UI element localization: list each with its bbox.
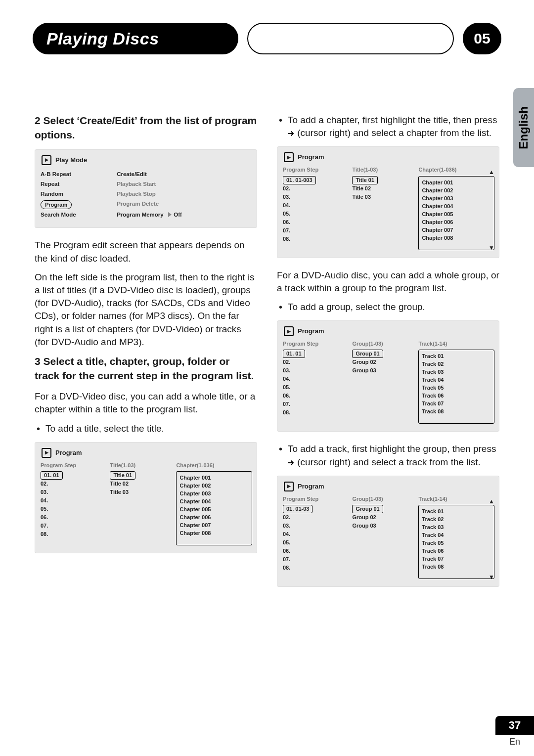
boxed-step: 01. 01-003 (283, 176, 316, 184)
page-number-plate: 37 En (495, 716, 534, 747)
osd-title: Play Mode (55, 156, 87, 165)
right-column: To add a chapter, first highlight the ti… (277, 114, 499, 598)
step-3-heading: 3 Select a title, chapter, group, folder… (35, 355, 257, 383)
disc-icon: ▶ (42, 155, 51, 165)
disc-icon: ▶ (42, 448, 51, 458)
col-head: Program Step (41, 462, 107, 469)
osd-program-track: ▲ ▼ ▶ Program Program Step 01. 01-03 02.… (277, 476, 499, 587)
option-create-edit: Create/Edit (117, 170, 252, 179)
osd-title: Program (298, 327, 324, 336)
menu-item: Search Mode (41, 211, 117, 220)
option-prog-delete: Program Delete (117, 200, 252, 210)
col-head: Title(1-03) (110, 462, 173, 469)
menu-item: Random (41, 190, 117, 199)
chapter-list: Chapter 001 Chapter 002 Chapter 003 Chap… (418, 176, 494, 250)
title-item: Title 02 (110, 480, 173, 488)
disc-icon: ▶ (284, 326, 294, 336)
menu-item: A-B Repeat (41, 170, 117, 179)
step: 03. (41, 488, 107, 496)
left-column: 2 Select ‘Create/Edit’ from the list of … (35, 114, 257, 598)
scroll-up-icon: ▲ (489, 497, 494, 506)
section-number: 05 (463, 23, 501, 54)
title-item: Title 03 (110, 488, 173, 496)
boxed-title: Title 01 (110, 471, 135, 480)
step: 06. (41, 513, 107, 522)
arrow-right-icon (288, 130, 295, 137)
step-2-heading: 2 Select ‘Create/Edit’ from the list of … (35, 114, 257, 142)
bullet-add-title: To add a title, select the title. (35, 422, 257, 435)
paragraph: For a DVD-Audio disc, you can add a whol… (277, 269, 499, 295)
disc-icon: ▶ (284, 482, 294, 491)
step: 05. (41, 505, 107, 513)
boxed-title: Title 01 (352, 176, 378, 184)
paragraph: For a DVD-Video disc, you can add a whol… (35, 390, 257, 416)
step: 02. (41, 480, 107, 488)
prog-memory-value: Off (174, 212, 182, 218)
step: 04. (41, 496, 107, 505)
osd-program-chapter: ▲ ▼ ▶ Program Program Step 01. 01-003 02… (277, 146, 499, 258)
language-tab: English (513, 88, 534, 167)
chapter-list: Chapter 001 Chapter 002 Chapter 003 Chap… (176, 471, 252, 545)
scroll-down-icon: ▼ (489, 244, 494, 252)
disc-icon: ▶ (284, 152, 294, 162)
bullet-add-chapter: To add a chapter, first highlight the ti… (277, 114, 499, 139)
option-prog-memory: Program Memory (117, 212, 164, 218)
col-head: Chapter(1-036) (176, 462, 252, 469)
content-columns: 2 Select ‘Create/Edit’ from the list of … (0, 54, 534, 627)
osd-program-title: ▶ Program Program Step 01. 01 02. 03. 04… (35, 442, 257, 553)
osd-title: Program (298, 482, 324, 491)
menu-item-selected: Program (41, 200, 72, 209)
osd-play-mode: ▶ Play Mode A-B Repeat Create/Edit Repea… (35, 149, 257, 228)
osd-program-group: ▶ Program Program Step 01. 01 02. 03. 04… (277, 320, 499, 432)
track-list: Track 01 Track 02 Track 03 Track 04 Trac… (418, 350, 494, 424)
option-play-stop: Playback Stop (117, 190, 252, 199)
header-spacer (247, 23, 454, 54)
paragraph: On the left side is the program list, th… (35, 271, 257, 349)
menu-item: Repeat (41, 180, 117, 189)
paragraph: The Program edit screen that appears dep… (35, 239, 257, 265)
step: 07. (41, 522, 107, 530)
scroll-up-icon: ▲ (489, 168, 494, 177)
page-header: Playing Discs 05 (0, 0, 534, 54)
page-number: 37 (495, 716, 534, 735)
arrow-right-icon (288, 459, 295, 466)
step: 08. (41, 530, 107, 538)
triangle-icon (168, 212, 172, 217)
boxed-step: 01. 01 (41, 471, 63, 480)
track-list: Track 01 Track 02 Track 03 Track 04 Trac… (418, 505, 494, 579)
scroll-down-icon: ▼ (489, 573, 494, 581)
language-tab-label: English (517, 106, 531, 149)
osd-title: Program (298, 153, 324, 162)
option-play-start: Playback Start (117, 180, 252, 189)
osd-title: Program (55, 448, 82, 457)
bullet-add-track: To add a track, first highlight the grou… (277, 443, 499, 468)
page-lang: En (495, 735, 534, 747)
bullet-add-group: To add a group, select the group. (277, 301, 499, 313)
section-title: Playing Discs (33, 23, 238, 54)
